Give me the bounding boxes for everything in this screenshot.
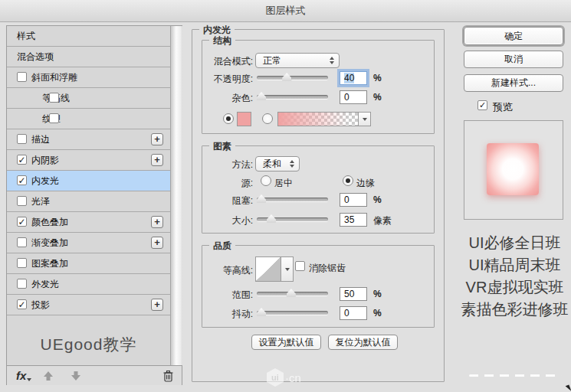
contour-dropdown-button[interactable] bbox=[281, 257, 293, 281]
sidebar-item-outer-glow[interactable]: 外发光 bbox=[7, 274, 170, 295]
make-default-button[interactable]: 设置为默认值 bbox=[251, 335, 321, 350]
style-checkbox[interactable] bbox=[49, 93, 59, 103]
elements-title: 图素 bbox=[209, 140, 235, 153]
antialias-checkbox[interactable] bbox=[295, 261, 305, 271]
choke-slider[interactable] bbox=[257, 198, 328, 201]
noise-input[interactable]: 0 bbox=[340, 90, 367, 104]
add-effect-button[interactable]: + bbox=[151, 154, 163, 166]
source-center-radio[interactable] bbox=[261, 175, 271, 186]
range-label: 范围: bbox=[192, 289, 253, 302]
stepper-icon bbox=[327, 57, 337, 64]
dropdown-arrow-icon bbox=[285, 268, 290, 271]
add-effect-button[interactable]: + bbox=[151, 133, 163, 145]
sidebar-item-label: 斜面和浮雕 bbox=[31, 71, 77, 84]
technique-label: 方法: bbox=[192, 158, 253, 172]
uicn-logo-icon: ui bbox=[267, 368, 284, 387]
gradient-dropdown-button[interactable] bbox=[358, 113, 370, 126]
cancel-button[interactable]: 取消 bbox=[464, 51, 563, 68]
sidebar-item-drop-shadow[interactable]: ✓ 投影 + bbox=[7, 295, 170, 315]
style-checkbox[interactable]: ✓ bbox=[17, 175, 27, 185]
ok-button[interactable]: 确定 bbox=[464, 27, 563, 45]
sidebar-item-label: 内阴影 bbox=[31, 154, 59, 167]
contour-label: 等高线: bbox=[192, 264, 253, 277]
jitter-input[interactable]: 0 bbox=[340, 306, 367, 320]
promo-line: VR虚拟现实班 bbox=[458, 276, 571, 299]
glow-gradient-radio[interactable] bbox=[262, 113, 273, 124]
sidebar-item-pattern-overlay[interactable]: 图案叠加 bbox=[7, 253, 170, 274]
move-effect-up-button[interactable] bbox=[43, 371, 54, 381]
sidebar-item-gradient-overlay[interactable]: 渐变叠加 + bbox=[7, 233, 170, 253]
opacity-input[interactable]: 40 bbox=[340, 71, 367, 85]
size-slider[interactable] bbox=[257, 217, 328, 221]
technique-select[interactable]: 柔和 bbox=[255, 156, 300, 172]
blend-mode-label: 混合模式: bbox=[192, 55, 253, 68]
range-unit: % bbox=[373, 289, 382, 299]
style-checkbox[interactable]: ✓ bbox=[17, 155, 27, 165]
sidebar-item-texture[interactable]: 纹理 bbox=[7, 109, 170, 129]
fx-menu-button[interactable]: fx bbox=[16, 369, 26, 382]
style-checkbox[interactable] bbox=[17, 237, 27, 247]
style-preview bbox=[464, 120, 563, 220]
source-label: 源: bbox=[192, 177, 253, 190]
dropdown-arrow-icon bbox=[363, 118, 367, 121]
style-checkbox[interactable] bbox=[17, 279, 27, 289]
sidebar-item-label: 渐变叠加 bbox=[31, 237, 68, 250]
style-checkbox[interactable] bbox=[17, 196, 27, 206]
sidebar-item-label: 外发光 bbox=[31, 278, 59, 291]
layer-style-dialog: 图层样式 样式 混合选项 斜面和浮雕 等高线 纹理 描边 + ✓ 内阴影 + ✓… bbox=[0, 0, 571, 392]
opacity-unit: % bbox=[373, 73, 382, 83]
sidebar-toolbar: fx bbox=[7, 365, 182, 385]
sidebar-item-label: 图案叠加 bbox=[31, 257, 68, 270]
reset-default-button[interactable]: 复位为默认值 bbox=[328, 335, 398, 350]
add-effect-button[interactable]: + bbox=[151, 299, 163, 311]
range-input[interactable]: 50 bbox=[340, 287, 367, 301]
style-checkbox[interactable]: ✓ bbox=[17, 217, 27, 227]
choke-unit: % bbox=[373, 194, 382, 205]
glow-gradient-picker[interactable] bbox=[277, 112, 371, 126]
promo-line: UI必修全日班 bbox=[458, 232, 571, 254]
blend-mode-select[interactable]: 正常 bbox=[255, 53, 340, 68]
source-center-label: 居中 bbox=[274, 177, 293, 190]
style-checkbox[interactable] bbox=[17, 258, 27, 268]
sidebar-item-bevel-emboss[interactable]: 斜面和浮雕 bbox=[7, 67, 170, 88]
new-style-button[interactable]: 新建样式... bbox=[464, 74, 563, 92]
range-slider[interactable] bbox=[257, 292, 328, 296]
noise-slider[interactable] bbox=[257, 95, 328, 99]
delete-effect-button[interactable] bbox=[162, 370, 174, 382]
style-checkbox[interactable] bbox=[17, 134, 27, 144]
add-effect-button[interactable]: + bbox=[151, 237, 163, 249]
quality-title: 品质 bbox=[209, 240, 235, 253]
jitter-slider[interactable] bbox=[257, 311, 328, 315]
sidebar-item-inner-shadow[interactable]: ✓ 内阴影 + bbox=[7, 150, 170, 171]
sidebar-item-satin[interactable]: 光泽 bbox=[7, 191, 170, 212]
glow-color-radio[interactable] bbox=[223, 113, 234, 124]
style-checkbox[interactable] bbox=[49, 113, 59, 123]
antialias-label: 消除锯齿 bbox=[309, 262, 346, 275]
style-checkbox[interactable]: ✓ bbox=[17, 299, 27, 309]
sidebar-item-blending-options[interactable]: 混合选项 bbox=[7, 47, 170, 67]
sidebar-item-contour[interactable]: 等高线 bbox=[7, 88, 170, 109]
promo-line: 素描色彩进修班 bbox=[458, 299, 571, 321]
trash-icon bbox=[162, 370, 174, 382]
glow-color-swatch[interactable] bbox=[237, 112, 251, 126]
sidebar-item-label: 混合选项 bbox=[17, 51, 54, 64]
preview-checkbox[interactable]: ✓ bbox=[477, 100, 487, 110]
sidebar-item-color-overlay[interactable]: ✓ 颜色叠加 + bbox=[7, 212, 170, 233]
faint-watermark bbox=[469, 374, 561, 377]
contour-picker[interactable] bbox=[255, 256, 294, 282]
opacity-slider[interactable] bbox=[257, 76, 328, 80]
sidebar-item-label: 样式 bbox=[17, 30, 35, 43]
sidebar-item-inner-glow[interactable]: ✓ 内发光 bbox=[7, 171, 170, 191]
move-effect-down-button[interactable] bbox=[71, 371, 81, 381]
sidebar-item-label: 投影 bbox=[31, 299, 50, 312]
sidebar-item-stroke[interactable]: 描边 + bbox=[7, 129, 170, 150]
dialog-title: 图层样式 bbox=[266, 4, 306, 18]
gradient-preview bbox=[278, 113, 358, 126]
style-checkbox[interactable] bbox=[17, 72, 27, 82]
source-edge-radio[interactable] bbox=[343, 175, 353, 186]
size-input[interactable]: 35 bbox=[340, 213, 367, 227]
choke-input[interactable]: 0 bbox=[340, 193, 367, 207]
sidebar-item-styles[interactable]: 样式 bbox=[7, 26, 170, 47]
sidebar-scrollbar[interactable] bbox=[170, 26, 182, 365]
add-effect-button[interactable]: + bbox=[151, 216, 163, 228]
